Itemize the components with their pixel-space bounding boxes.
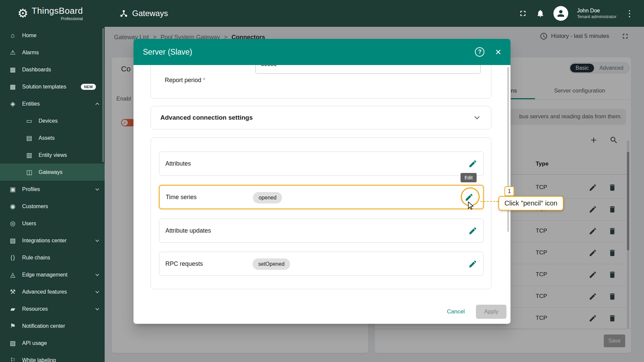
pencil-icon (468, 159, 477, 168)
chevron-down-icon (94, 306, 101, 312)
sidebar-item-users[interactable]: ◎Users (0, 215, 105, 232)
attribute-updates-row: Attribute updates (159, 219, 484, 243)
apply-button[interactable]: Apply (476, 305, 506, 319)
app-root: ⚙ ThingsBoard Professional Gateways John… (0, 0, 644, 362)
sidebar-item-advanced-features[interactable]: ⚒Advanced features (0, 283, 105, 300)
white-labeling-icon: ⚐ (8, 356, 17, 362)
sidebar-item-gateways[interactable]: ◫Gateways (0, 164, 105, 181)
rule-chains-icon: ⟨⟩ (8, 254, 17, 261)
report-period-card: Report period * (151, 65, 491, 99)
advanced-connection-settings-section[interactable]: Advanced connection settings (151, 106, 491, 129)
annotation-instruction-callout: Click "pencil" icon (498, 196, 564, 210)
customers-icon: ◉ (8, 202, 17, 210)
cancel-button[interactable]: Cancel (442, 306, 470, 318)
required-mark: * (203, 77, 205, 83)
sidebar-item-home[interactable]: ⌂Home (0, 27, 105, 44)
pencil-icon (468, 226, 477, 235)
page-title: Gateways (132, 9, 168, 18)
gateways-icon: ◫ (24, 168, 34, 176)
gateway-hub-icon (119, 9, 128, 18)
sidebar: ⌂Home ⚠Alarms ▦Dashboards ▩Solution temp… (0, 27, 105, 362)
annotation-step-number: 1 (504, 186, 514, 196)
sidebar-item-rule-chains[interactable]: ⟨⟩Rule chains (0, 249, 105, 266)
chevron-down-icon (94, 289, 101, 295)
brand-title: ThingsBoard (32, 6, 83, 16)
annotation-dashed-connector (480, 201, 498, 202)
alarms-icon: ⚠ (8, 49, 17, 56)
profiles-icon: ▣ (8, 185, 17, 193)
dialog-footer: Cancel Apply (442, 304, 506, 320)
edit-tooltip: Edit (461, 173, 477, 182)
person-icon (556, 8, 566, 18)
home-icon: ⌂ (8, 32, 17, 39)
solution-templates-icon: ▩ (8, 83, 17, 90)
mouse-cursor-icon (468, 201, 475, 209)
rpc-requests-edit-button[interactable] (468, 259, 477, 268)
sidebar-item-profiles[interactable]: ▣Profiles (0, 181, 105, 198)
page-title-block: Gateways (119, 9, 168, 18)
sidebar-item-alarms[interactable]: ⚠Alarms (0, 44, 105, 61)
sidebar-item-white-labeling[interactable]: ⚐White labeling (0, 352, 105, 362)
sidebar-item-api-usage[interactable]: ▨API usage (0, 335, 105, 352)
report-period-label: Report period * (165, 77, 205, 84)
sidebar-item-customers[interactable]: ◉Customers (0, 198, 105, 215)
chevron-down-icon (94, 237, 101, 244)
chevron-down-icon (94, 272, 101, 278)
chevron-up-icon (94, 101, 101, 107)
attribute-updates-label: Attribute updates (165, 227, 211, 234)
sidebar-item-edge-management[interactable]: ◬Edge management (0, 266, 105, 283)
attribute-updates-edit-button[interactable] (468, 226, 477, 235)
gear-logo-icon: ⚙ (17, 7, 28, 19)
notification-center-icon: ⚑ (8, 322, 17, 330)
fullscreen-icon[interactable] (519, 9, 527, 18)
sidebar-item-entity-views[interactable]: ▥Entity views (0, 146, 105, 164)
dashboards-icon: ▦ (8, 66, 17, 73)
report-period-input[interactable] (255, 65, 481, 74)
thingsboard-logo[interactable]: ⚙ ThingsBoard Professional (0, 6, 105, 21)
sidebar-item-notification-center[interactable]: ⚑Notification center (0, 317, 105, 335)
user-role: Tenant administrator (577, 14, 616, 19)
attributes-row: Attributes (159, 152, 484, 176)
new-badge: NEW (81, 84, 96, 90)
time-series-chip: opened (253, 192, 282, 203)
notifications-bell-icon[interactable] (536, 9, 545, 18)
avatar[interactable] (553, 6, 568, 21)
rpc-requests-chip: setOpened (253, 258, 290, 270)
sidebar-item-devices[interactable]: ▭Devices (0, 112, 105, 129)
resources-icon: ▰ (8, 305, 17, 313)
chevron-down-icon[interactable] (472, 113, 482, 122)
chevron-down-icon (94, 186, 101, 193)
entities-icon: ◈ (8, 100, 17, 108)
help-icon[interactable]: ? (475, 47, 484, 57)
sidebar-scrollbar[interactable] (102, 28, 104, 162)
dialog-title: Server (Slave) (143, 48, 475, 57)
dialog-body: Report period * Advanced connection sett… (133, 65, 511, 324)
entity-views-icon: ▥ (24, 151, 34, 159)
advanced-features-icon: ⚒ (8, 288, 17, 296)
integrations-icon: ▧ (8, 237, 17, 244)
brand-subtitle: Professional (61, 16, 83, 21)
close-icon[interactable]: × (495, 47, 501, 57)
sidebar-item-entities[interactable]: ◈Entities (0, 95, 105, 112)
sidebar-item-dashboards[interactable]: ▦Dashboards (0, 61, 105, 78)
top-bar: ⚙ ThingsBoard Professional Gateways John… (0, 0, 644, 27)
sidebar-item-assets[interactable]: ▤Assets (0, 129, 105, 146)
advanced-section-label: Advanced connection settings (160, 114, 472, 121)
api-usage-icon: ▨ (8, 339, 17, 347)
pencil-icon (468, 259, 477, 268)
time-series-row: Time series opened (159, 185, 484, 209)
sidebar-item-solution-templates[interactable]: ▩Solution templatesNEW (0, 78, 105, 95)
server-slave-dialog: Server (Slave) ? × Report period * Advan… (133, 39, 511, 324)
users-icon: ◎ (8, 220, 17, 227)
sidebar-item-integrations-center[interactable]: ▧Integrations center (0, 232, 105, 249)
rpc-requests-row: RPC requests setOpened (159, 252, 484, 276)
edge-management-icon: ◬ (8, 271, 17, 279)
more-menu-icon[interactable]: ⋮ (625, 9, 634, 18)
assets-icon: ▤ (24, 134, 34, 142)
dialog-header: Server (Slave) ? × (133, 39, 511, 65)
user-name: John Doe (577, 7, 616, 14)
sidebar-item-resources[interactable]: ▰Resources (0, 300, 105, 317)
rpc-requests-label: RPC requests (165, 260, 203, 267)
mapping-sections-card: Attributes Time series opened Attribute … (151, 137, 491, 289)
attributes-edit-button[interactable] (468, 159, 477, 168)
